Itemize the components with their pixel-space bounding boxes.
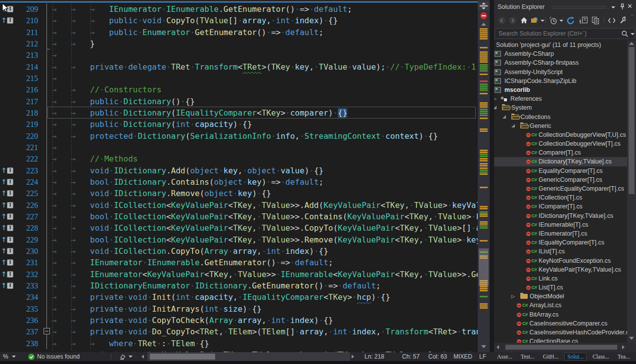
sync-dropdown-icon[interactable]	[541, 20, 545, 22]
tree-item-dictionary-tkey-tvalue-cs[interactable]: C#Dictionary[TKey,TValue].cs	[494, 157, 627, 166]
tree-item-keynotfoundexception-cs[interactable]: C#KeyNotFoundException.cs	[494, 256, 627, 265]
tree-item-objectmodel[interactable]: ▷ObjectModel	[494, 292, 627, 301]
tree-item-collections[interactable]: Collections	[494, 113, 627, 121]
tree-vertical-scrollbar[interactable]	[627, 40, 636, 343]
code-line[interactable]: →→bool·ICollection<KeyValuePair<TKey,·TV…	[52, 211, 479, 222]
tree-item-collectiondebuggerview-t-u-cs[interactable]: C#CollectionDebuggerView[T,U].cs	[494, 130, 627, 139]
editor-splitter-grip[interactable]	[478, 2, 490, 10]
tree-item-solution-project-gui-11-of-11-projects[interactable]: Solution 'project-gui' (11 of 11 project…	[494, 40, 627, 49]
code-line[interactable]: →	[52, 142, 479, 153]
tree-item-system[interactable]: System	[494, 103, 627, 112]
tree-item-mscorlib[interactable]: mscorlib	[494, 85, 627, 94]
close-icon[interactable]: ✕	[627, 2, 633, 10]
code-line[interactable]: →→IEnumerator<KeyValuePair<TKey,·TValue>…	[52, 269, 479, 280]
tree-item-bitarray-cs[interactable]: C#BitArray.cs	[494, 310, 627, 319]
code-line[interactable]: →→private·void·Do_CopyTo<TRet,·TElem>(TE…	[52, 326, 479, 337]
search-icon[interactable]	[621, 30, 629, 38]
code-line[interactable]: →→void·ICollection<KeyValuePair<TKey,·TV…	[52, 222, 479, 234]
char-indicator[interactable]: Ch: 57	[402, 352, 419, 361]
tree-item-link-cs[interactable]: C#Link.cs	[494, 274, 627, 283]
view-code-icon[interactable]	[607, 16, 616, 25]
health-check-icon[interactable]	[28, 354, 35, 360]
tree-item-keyvaluepair-tkey-tvalue-cs[interactable]: C#KeyValuePair[TKey,TValue].cs	[494, 265, 627, 274]
tree-item-assembly-unityscript[interactable]: Assembly-UnityScript	[494, 68, 627, 77]
tree-item-ienumerator-t-cs[interactable]: C#IEnumerator[T].cs	[494, 229, 627, 238]
code-line[interactable]: →→→where·TRet·:·TElem·{}	[52, 338, 479, 349]
column-indicator[interactable]: Col: 63	[428, 352, 447, 361]
pin-icon[interactable]	[620, 3, 625, 10]
tree-item-arraylist-cs[interactable]: C#ArrayList.cs	[494, 301, 627, 310]
scrollbar-thumb[interactable]	[150, 354, 215, 360]
editor-horizontal-scrollbar[interactable]	[147, 352, 350, 361]
code-line[interactable]: →→IDictionaryEnumerator·IDictionary.GetE…	[52, 280, 479, 291]
tree-item-assembly-csharp[interactable]: Assembly-CSharp	[494, 49, 627, 58]
tree-item-references[interactable]: ▷References	[494, 94, 627, 103]
toolbar-overflow-icon[interactable]: ''	[631, 14, 634, 19]
zoom-level[interactable]: %	[3, 352, 8, 361]
code-line[interactable]: →→public·Dictionary(IEqualityComparer<TK…	[52, 107, 479, 119]
pending-changes-filter-icon[interactable]	[549, 16, 558, 25]
panel-tab-solut[interactable]: Solut...	[564, 353, 587, 361]
code-line[interactable]: →	[52, 49, 479, 61]
tree-item-icsharpcode-sharpziplib[interactable]: ICSharpCode.SharpZipLib	[494, 77, 627, 85]
encoding-indicator[interactable]: MIXED	[454, 352, 472, 361]
line-indicator[interactable]: Ln: 218	[364, 352, 384, 361]
code-line[interactable]: →→→IEnumerator·IEnumerable.GetEnumerator…	[52, 3, 479, 15]
code-text-area[interactable]: →→→IEnumerator·IEnumerable.GetEnumerator…	[52, 3, 479, 352]
show-all-files-icon[interactable]	[591, 16, 600, 25]
scrollbar-thumb[interactable]	[629, 47, 635, 194]
code-line[interactable]: →→private·delegate·TRet·Transform<TRet>(…	[52, 61, 479, 73]
tree-item-list-t-cs[interactable]: C#List[T].cs	[494, 283, 627, 292]
tree-item-genericcomparer-t-cs[interactable]: C#GenericComparer[T].cs	[494, 175, 627, 184]
tree-item-genericequalitycomparer-t-cs[interactable]: C#GenericEqualityComparer[T].cs	[494, 184, 627, 193]
forward-icon[interactable]	[508, 16, 517, 25]
code-line[interactable]: →→void·IDictionary.Remove(object·key)·{}	[52, 188, 479, 199]
code-line[interactable]: →→public·Dictionary(int·capacity)·{}	[52, 119, 479, 130]
tree-item-icollection-t-cs[interactable]: C#ICollection[T].cs	[494, 193, 627, 202]
tree-item-icomparer-t-cs[interactable]: C#IComparer[T].cs	[494, 202, 627, 211]
collapse-all-icon[interactable]	[579, 16, 588, 25]
tree-item-ienumerable-t-cs[interactable]: C#IEnumerable[T].cs	[494, 220, 627, 229]
code-line[interactable]: →→→public·Enumerator·GetEnumerator()·=>·…	[52, 27, 479, 38]
code-line[interactable]: →→void·IDictionary.Add(object·key,·objec…	[52, 165, 479, 176]
expanded-chevron-icon[interactable]	[511, 124, 515, 127]
code-line[interactable]: →→bool·ICollection<KeyValuePair<TKey,·TV…	[52, 234, 479, 245]
refresh-icon[interactable]	[566, 16, 575, 25]
code-line[interactable]: →→void·ICollection.CopyTo(Array·array,·i…	[52, 245, 479, 257]
filter-dropdown-icon[interactable]	[559, 20, 563, 22]
expanded-chevron-icon[interactable]	[494, 106, 497, 109]
code-line[interactable]: →	[52, 73, 479, 84]
code-line[interactable]: →→private·void·CopyToCheck(Array·array,·…	[52, 315, 479, 326]
sync-with-active-document-icon[interactable]	[531, 16, 540, 24]
code-line[interactable]: →→public·Dictionary()·{}	[52, 96, 479, 107]
search-box[interactable]: Search Solution Explorer (Ctrl+¨)	[495, 28, 635, 39]
tree-horizontal-scrollbar[interactable]	[494, 343, 636, 352]
editor-vertical-scrollbar[interactable]	[478, 0, 490, 352]
code-line[interactable]: →→bool·IDictionary.Contains(object·key)·…	[52, 176, 479, 188]
panel-tab-tea[interactable]: Tea...	[615, 353, 633, 360]
window-position-dropdown-icon[interactable]	[611, 6, 615, 8]
home-icon[interactable]	[520, 16, 528, 25]
tree-item-comparer-t-cs[interactable]: C#Comparer[T].cs	[494, 148, 627, 157]
panel-title-bar[interactable]: Solution Explorer ✕	[494, 0, 636, 14]
search-options-dropdown-icon[interactable]	[631, 33, 635, 35]
expanded-chevron-icon[interactable]	[502, 115, 506, 119]
scroll-down-arrow[interactable]	[629, 337, 634, 340]
fold-collapse-button[interactable]	[44, 328, 50, 334]
scrollbar-thumb[interactable]	[479, 248, 489, 286]
collapsed-chevron-icon[interactable]: ▷	[511, 293, 515, 300]
code-line[interactable]: →→protected·Dictionary(SerializationInfo…	[52, 130, 479, 142]
code-line[interactable]: →→//·Methods	[52, 153, 479, 164]
code-line[interactable]: →→void·ICollection<KeyValuePair<TKey,·TV…	[52, 200, 479, 211]
scroll-left-arrow[interactable]	[497, 345, 499, 349]
scroll-down-arrow[interactable]	[481, 345, 486, 348]
scrollbar-thumb[interactable]	[505, 345, 617, 350]
eol-indicator[interactable]: LF	[479, 352, 486, 361]
tree-item-collectiondebuggerview-t-cs[interactable]: C#CollectionDebuggerView[T].cs	[494, 139, 627, 148]
code-line[interactable]: →→IEnumerator·IEnumerable.GetEnumerator(…	[52, 257, 479, 268]
zoom-dropdown-icon[interactable]	[12, 356, 16, 358]
tree-item-caseinsensitivecomparer-cs[interactable]: C#CaseInsensitiveComparer.cs	[494, 319, 627, 328]
panel-tab-test[interactable]: Test...	[518, 353, 537, 360]
tree-item-collectionbase-cs[interactable]: C#CollectionBase.cs	[494, 337, 627, 343]
panel-divider[interactable]	[490, 0, 494, 352]
